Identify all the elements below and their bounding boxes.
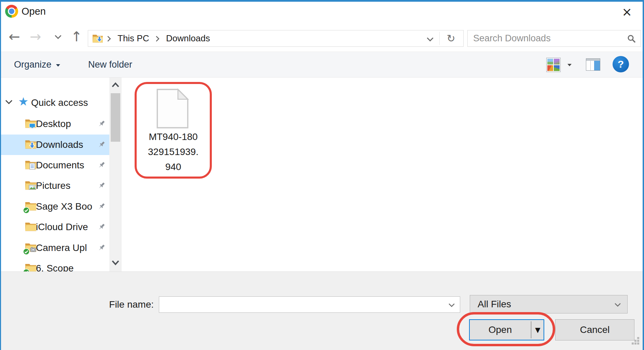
breadcrumb-separator-icon (107, 36, 111, 42)
forward-button[interactable]: → (27, 22, 44, 52)
sidebar-scrollbar[interactable] (109, 78, 122, 271)
pin-icon (97, 182, 106, 190)
pin-icon (97, 244, 106, 252)
annotation-circle-file (135, 82, 212, 179)
help-button[interactable]: ? (613, 56, 629, 72)
new-folder-button[interactable]: New folder (88, 52, 132, 77)
scrollbar-thumb[interactable] (111, 93, 120, 142)
chrome-app-icon (5, 5, 18, 18)
sidebar-item-sage-x3[interactable]: Sage X3 Boo (1, 196, 109, 217)
close-icon[interactable]: × (618, 4, 636, 19)
organize-caret-icon (56, 64, 60, 67)
sidebar-item-label: Camera Upl (36, 238, 87, 258)
cancel-button[interactable]: Cancel (555, 319, 634, 340)
sidebar-item-label: Quick access (31, 93, 88, 113)
sync-check-icon (23, 207, 30, 214)
sidebar-item-label: Desktop (36, 114, 71, 134)
scroll-up-icon[interactable] (112, 82, 119, 88)
pin-icon (97, 202, 106, 211)
back-button[interactable]: ← (6, 22, 23, 52)
sidebar-item-desktop[interactable]: Desktop (1, 114, 109, 134)
search-box (467, 30, 641, 47)
sidebar-item-label: iCloud Drive (36, 217, 88, 237)
pin-icon (97, 161, 106, 170)
file-type-select[interactable]: All Files (470, 295, 628, 313)
pin-icon (97, 120, 106, 128)
breadcrumb-separator-icon (155, 36, 160, 42)
downloads-folder-icon (25, 139, 37, 149)
content-area: ★ Quick access Desktop Downloads (1, 78, 643, 271)
file-name-input[interactable] (159, 297, 460, 312)
quick-access-star-icon: ★ (18, 95, 28, 108)
sidebar-item-label: Downloads (36, 135, 83, 155)
sidebar-item-label: 6. Scope (36, 258, 74, 271)
pin-icon (97, 223, 106, 232)
pictures-folder-icon (25, 180, 37, 190)
sidebar-item-documents[interactable]: Documents (1, 155, 109, 176)
folder-icon (25, 221, 37, 232)
preview-pane-icon[interactable] (586, 58, 600, 71)
sync-check-icon (23, 269, 30, 271)
sidebar-item-label: Sage X3 Boo (36, 196, 92, 217)
downloads-folder-icon (92, 33, 103, 43)
sync-check-icon (23, 248, 30, 255)
annotation-circle-open-button (457, 312, 555, 346)
documents-folder-icon (25, 159, 37, 170)
expander-chevron-icon[interactable] (5, 99, 13, 104)
navigation-bar: ← → ↑ This PC Downloads ↻ (1, 22, 643, 52)
sidebar-item-label: Pictures (36, 176, 70, 196)
thumbnails-view-icon[interactable] (546, 58, 561, 72)
sidebar-item-6-scope[interactable]: 6. Scope (1, 258, 109, 271)
search-icon[interactable] (627, 34, 636, 44)
window-title: Open (22, 6, 46, 17)
command-toolbar: Organize New folder ? (1, 52, 643, 78)
organize-button[interactable]: Organize (14, 52, 52, 77)
sidebar-item-icloud-drive[interactable]: iCloud Drive (1, 217, 109, 237)
address-dropdown-chevron-icon[interactable] (426, 37, 434, 42)
desktop-folder-icon (25, 118, 37, 128)
title-bar: Open × (1, 2, 643, 22)
open-file-dialog: Open × ← → ↑ This PC Downloads ↻ (0, 0, 644, 350)
address-bar[interactable]: This PC Downloads ↻ (88, 30, 464, 47)
view-options-caret-icon[interactable] (567, 63, 572, 67)
address-divider (439, 32, 440, 45)
resize-grip[interactable] (632, 337, 640, 345)
file-name-field-label: File name: (102, 296, 154, 313)
breadcrumb-item-downloads[interactable]: Downloads (166, 30, 210, 46)
search-input[interactable] (468, 30, 641, 46)
sidebar-item-downloads[interactable]: Downloads (1, 135, 109, 155)
scroll-down-icon[interactable] (112, 260, 119, 265)
recent-locations-chevron-icon[interactable] (52, 22, 64, 52)
refresh-icon[interactable]: ↻ (442, 30, 460, 46)
sidebar-item-camera-uploads[interactable]: Camera Upl (1, 238, 109, 258)
dialog-footer: File name: All Files Open ▼ Cancel (1, 271, 643, 350)
sidebar-item-pictures[interactable]: Pictures (1, 176, 109, 196)
file-type-chevron-icon (614, 302, 621, 307)
sidebar-item-quick-access[interactable]: ★ Quick access (1, 93, 109, 113)
file-name-dropdown-chevron-icon[interactable] (448, 303, 455, 307)
pin-icon (97, 141, 106, 149)
sidebar-item-label: Documents (36, 155, 84, 176)
breadcrumb-item-this-pc[interactable]: This PC (118, 30, 149, 46)
dialog-window: Open × ← → ↑ This PC Downloads ↻ (0, 0, 644, 350)
file-name-combobox (159, 296, 460, 313)
up-button[interactable]: ↑ (68, 22, 85, 52)
file-type-value: All Files (478, 295, 511, 313)
file-item-mt940[interactable]: MT940-180 329151939. 940 (134, 81, 212, 180)
